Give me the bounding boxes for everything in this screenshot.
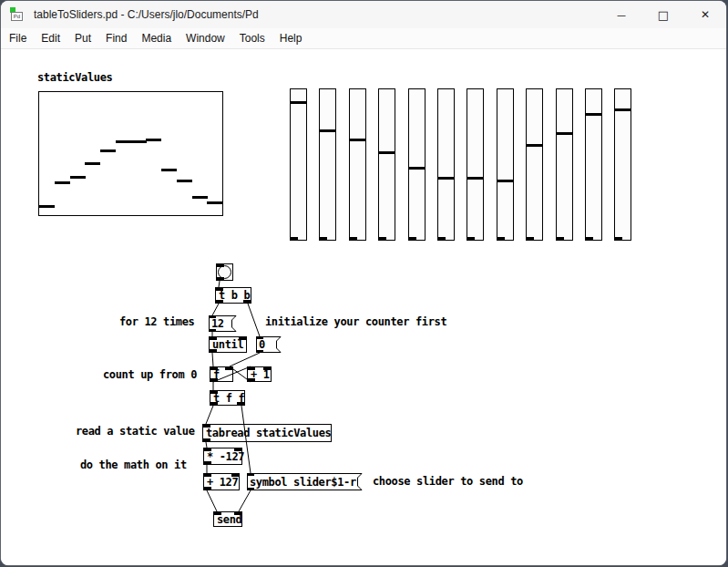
comment-c-count: count up from 0 xyxy=(103,369,197,381)
title-bar[interactable]: Pd tableToSliders.pd - C:/Users/jlo/Docu… xyxy=(1,1,726,28)
menu-item-window[interactable]: Window xyxy=(179,30,232,46)
vslider-1[interactable] xyxy=(290,88,307,241)
pd-app-icon: Pd xyxy=(10,7,26,22)
menu-item-put[interactable]: Put xyxy=(67,30,98,46)
vslider-handle xyxy=(291,101,306,104)
vslider-handle xyxy=(438,177,454,180)
outlet-nub xyxy=(203,438,210,441)
box-text: * -127 xyxy=(207,450,244,463)
comment-c-choose: choose slider to send to xyxy=(373,476,523,488)
vslider-8[interactable] xyxy=(497,88,514,241)
array-graph-staticvalues[interactable] xyxy=(38,91,223,216)
pd-logo-icon: Pd xyxy=(11,12,23,21)
inlet-nub xyxy=(204,474,211,477)
object-box-tbb[interactable]: t b b xyxy=(215,287,251,304)
maximize-button[interactable]: □ xyxy=(642,1,684,28)
object-box-mult[interactable]: * -127 xyxy=(203,448,242,465)
inlet-nub xyxy=(204,448,211,451)
outlet-nub xyxy=(438,237,446,240)
inlet-nub xyxy=(263,367,271,370)
vslider-handle xyxy=(615,108,631,111)
inlet-nub xyxy=(216,288,223,291)
menu-item-find[interactable]: Find xyxy=(98,30,134,46)
patch-canvas[interactable]: staticValues t b b12until0f+ 1t f ftabre… xyxy=(1,49,726,565)
vslider-4[interactable] xyxy=(378,88,395,241)
menu-item-help[interactable]: Help xyxy=(272,30,310,46)
vslider-handle xyxy=(350,139,365,141)
inlet-nub xyxy=(248,367,255,370)
object-box-f[interactable]: f xyxy=(210,366,233,382)
vslider-handle xyxy=(467,177,483,180)
inlet-nub xyxy=(234,512,241,515)
vslider-9[interactable] xyxy=(526,88,543,241)
outlet-nub xyxy=(237,402,244,405)
object-box-plus127[interactable]: + 127 xyxy=(203,473,240,490)
comment-c-init: initialize your counter first xyxy=(265,316,446,328)
menu-item-edit[interactable]: Edit xyxy=(34,30,67,46)
box-text: until xyxy=(212,338,243,351)
vslider-7[interactable] xyxy=(467,88,484,241)
menu-item-tools[interactable]: Tools xyxy=(232,30,272,46)
pd-window: Pd tableToSliders.pd - C:/Users/jlo/Docu… xyxy=(1,1,726,565)
message-box-msgsym[interactable]: symbol slider$1-r xyxy=(247,473,363,490)
patch-cord xyxy=(239,490,251,511)
array-segment xyxy=(116,140,131,143)
outlet-nub xyxy=(248,378,255,381)
vslider-12[interactable] xyxy=(614,88,631,241)
vslider-11[interactable] xyxy=(585,88,602,241)
array-segment xyxy=(207,201,222,204)
object-box-plus1[interactable]: + 1 xyxy=(247,366,272,382)
inlet-nub xyxy=(247,473,254,476)
vslider-5[interactable] xyxy=(408,88,426,241)
outlet-nub xyxy=(210,402,218,405)
array-segment xyxy=(161,169,177,171)
array-segment xyxy=(146,139,161,141)
window-controls: —□✕ xyxy=(600,1,726,28)
inlet-nub xyxy=(214,512,221,515)
outlet-nub xyxy=(291,237,298,240)
inlet-nub xyxy=(210,337,217,340)
box-text: 12 xyxy=(211,317,224,330)
minimize-button[interactable]: — xyxy=(600,1,642,28)
vslider-handle xyxy=(527,144,542,147)
outlet-nub xyxy=(204,461,211,464)
bang-button[interactable] xyxy=(216,263,233,281)
object-box-until[interactable]: until xyxy=(209,336,247,353)
box-text: 0 xyxy=(259,338,265,351)
object-box-send[interactable]: send xyxy=(213,511,242,527)
array-segment xyxy=(100,149,116,152)
array-segment xyxy=(177,180,192,182)
vslider-3[interactable] xyxy=(349,88,366,241)
object-box-tabread[interactable]: tabread staticValues xyxy=(202,424,332,442)
inlet-nub xyxy=(203,425,210,428)
patch-cord xyxy=(230,353,260,366)
comment-c-math: do the math on it xyxy=(80,459,187,471)
vslider-handle xyxy=(320,129,335,132)
inlet-nub xyxy=(217,264,224,267)
outlet-nub xyxy=(615,237,622,240)
box-text: symbol slider$1-r xyxy=(250,476,356,489)
vslider-6[interactable] xyxy=(437,88,455,241)
object-box-tff[interactable]: t f f xyxy=(210,390,245,406)
outlet-nub xyxy=(209,329,216,332)
close-button[interactable]: ✕ xyxy=(684,1,726,28)
patch-cord xyxy=(212,304,219,315)
comment-c-for12: for 12 times xyxy=(119,316,195,328)
vslider-10[interactable] xyxy=(556,88,573,241)
vslider-2[interactable] xyxy=(319,88,336,241)
menu-item-file[interactable]: File xyxy=(2,30,34,46)
window-title: tableToSliders.pd - C:/Users/jlo/Documen… xyxy=(34,8,259,21)
inlet-nub xyxy=(210,391,218,394)
menu-item-media[interactable]: Media xyxy=(134,30,179,46)
message-box-msg0[interactable]: 0 xyxy=(256,336,282,353)
inlet-nub xyxy=(239,337,246,340)
close-icon: ✕ xyxy=(701,8,710,21)
minimize-icon: — xyxy=(617,10,626,20)
inlet-nub xyxy=(225,367,232,370)
outlet-nub xyxy=(527,237,534,240)
outlet-nub xyxy=(379,237,386,240)
outlet-nub xyxy=(243,300,251,303)
array-segment xyxy=(55,181,70,184)
patch-cord xyxy=(207,490,217,511)
message-box-msg12[interactable]: 12 xyxy=(209,315,237,332)
